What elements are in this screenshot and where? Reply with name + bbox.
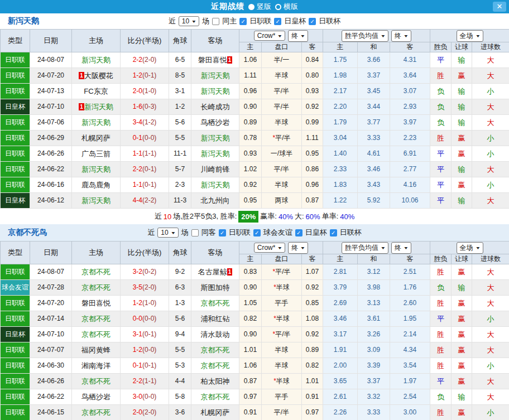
chevron-down-icon: ▼ bbox=[191, 20, 197, 23]
score: 3-4(1-2) bbox=[121, 115, 169, 131]
col-header-3: 比分(半场) bbox=[121, 30, 169, 52]
handicap-line: 半球 bbox=[262, 68, 302, 84]
match-date: 24-08-07 bbox=[30, 264, 72, 280]
avg-home-odds: 1.75 bbox=[323, 52, 358, 68]
halftime-score: (2-0) bbox=[142, 283, 156, 291]
handicap-line: 半球 bbox=[262, 115, 302, 131]
score: 0-0(0-0) bbox=[121, 311, 169, 327]
result-wdl: 胜 bbox=[430, 68, 452, 84]
sub-col-header-2: 客 bbox=[302, 42, 323, 52]
bookmaker-select[interactable]: Crow*▼ bbox=[254, 31, 286, 41]
avg-home-odds: 3.46 bbox=[323, 311, 358, 327]
home-team-label: 新泻天鹅 bbox=[81, 196, 111, 205]
close-icon[interactable]: ✕ bbox=[493, 2, 506, 12]
handicap-line-label: 半球 bbox=[275, 181, 289, 189]
score: 2-2(2-0) bbox=[121, 52, 169, 68]
line-stage-select[interactable]: 终▼ bbox=[288, 30, 308, 42]
corners-score: 9-4 bbox=[169, 327, 191, 342]
league-checkbox-1[interactable]: ✓ bbox=[274, 18, 281, 25]
radio-unselected-icon[interactable] bbox=[275, 4, 281, 10]
match-count-select[interactable]: 10▼ bbox=[179, 16, 199, 26]
crow-home-odds: 0.89 bbox=[239, 115, 262, 131]
home-team: 新泻天鹅 bbox=[72, 162, 121, 177]
away-team-label: 柏太阳神 bbox=[201, 377, 230, 385]
score: 2-2(1-1) bbox=[121, 374, 169, 389]
avg-odds-select[interactable]: 胜平负均值▼ bbox=[342, 30, 388, 42]
scope-select[interactable]: 全场▼ bbox=[457, 30, 483, 42]
handicap-line: 平/半 bbox=[262, 405, 302, 420]
league-checkbox-label-1: 球会友谊 bbox=[263, 228, 292, 238]
radio-selected-icon[interactable] bbox=[248, 4, 254, 10]
home-team: 京都不死 bbox=[72, 280, 121, 296]
away-team: 长崎成功 bbox=[191, 99, 239, 115]
league-checkbox-1[interactable]: ✓ bbox=[253, 229, 261, 236]
result-wdl: 负 bbox=[430, 115, 452, 131]
avg-away-odds: 2.51 bbox=[390, 264, 430, 280]
handicap-line: 平手 bbox=[262, 389, 302, 405]
away-team-label: 京都不死 bbox=[201, 361, 230, 370]
single-rate-label: 单率: bbox=[322, 211, 339, 221]
result-goals: 大 bbox=[472, 52, 509, 68]
line-stage-select[interactable]: 终▼ bbox=[288, 242, 308, 254]
halftime-score: (2-0) bbox=[142, 56, 156, 64]
home-team: 鸟栖沙岩 bbox=[72, 389, 121, 405]
crow-home-odds: 1.05 bbox=[239, 296, 262, 311]
league-checkbox-2[interactable]: ✓ bbox=[295, 229, 302, 236]
league-checkbox-3[interactable]: ✓ bbox=[330, 229, 337, 236]
radio-horizontal-label[interactable]: 横版 bbox=[284, 2, 298, 12]
league-checkbox-2[interactable]: ✓ bbox=[309, 18, 316, 25]
home-team: 1新泻天鹅 bbox=[72, 99, 121, 115]
radio-vertical-layout[interactable]: 竖版 bbox=[248, 2, 271, 12]
fulltime-score: 2-0 bbox=[133, 87, 142, 95]
match-date: 24-07-13 bbox=[30, 84, 72, 99]
league-checkbox-0[interactable]: ✓ bbox=[239, 18, 247, 25]
avg-stage-select[interactable]: 终▼ bbox=[391, 242, 411, 254]
league-badge: 日职联 bbox=[1, 389, 30, 405]
result-goals: 小 bbox=[472, 131, 509, 146]
result-handicap: 赢 bbox=[452, 358, 472, 374]
match-row: 日职联24-06-22新泻天鹅2-2(0-1)5-7川崎前锋1.02平/半0.8… bbox=[1, 162, 509, 177]
league-checkbox-label-2: 日联杯 bbox=[319, 16, 340, 26]
same-venue-checkbox[interactable] bbox=[191, 229, 199, 236]
home-team: 京都不死 bbox=[72, 264, 121, 280]
sub-col-header-7: 让球 bbox=[452, 254, 472, 264]
fulltime-score: 1-2 bbox=[133, 346, 142, 354]
halftime-score: (0-1) bbox=[142, 165, 156, 173]
radio-vertical-label[interactable]: 竖版 bbox=[257, 2, 271, 12]
away-team-label: 鸟栖沙岩 bbox=[201, 118, 230, 127]
avg-odds-select[interactable]: 胜平负均值▼ bbox=[342, 242, 388, 254]
league-checkbox-0[interactable]: ✓ bbox=[219, 229, 226, 236]
chevron-down-icon: ▼ bbox=[381, 246, 386, 250]
away-team: 柏太阳神 bbox=[191, 374, 239, 389]
chevron-down-icon: ▼ bbox=[170, 231, 176, 235]
away-team-label: 新泻天鹅 bbox=[201, 134, 230, 142]
fulltime-score: 3-2 bbox=[133, 268, 142, 276]
match-count-select[interactable]: 10▼ bbox=[157, 228, 178, 238]
sub-col-header-6: 胜负 bbox=[430, 42, 452, 52]
halftime-score: (0-1) bbox=[142, 71, 156, 79]
crow-away-odds: 1.01 bbox=[302, 374, 323, 389]
score: 4-4(2-2) bbox=[121, 193, 169, 209]
result-goals: 大 bbox=[472, 162, 509, 177]
away-team: 新泻天鹅 bbox=[191, 68, 239, 84]
avg-draw-odds: 3.98 bbox=[358, 280, 390, 296]
avg-draw-odds: 3.77 bbox=[358, 115, 390, 131]
radio-horizontal-layout[interactable]: 横版 bbox=[275, 2, 298, 12]
unit-label: 场 bbox=[181, 228, 189, 238]
avg-stage-select[interactable]: 终▼ bbox=[391, 30, 411, 42]
league-badge: 日职联 bbox=[1, 68, 30, 84]
avg-away-odds: 1.95 bbox=[390, 311, 430, 327]
avg-home-odds: 1.83 bbox=[323, 177, 358, 193]
same-venue-checkbox[interactable] bbox=[212, 18, 219, 25]
col-header-0: 类型 bbox=[1, 30, 30, 52]
scope-select[interactable]: 全场▼ bbox=[457, 242, 483, 254]
avg-home-odds: 1.91 bbox=[323, 342, 358, 358]
avg-away-odds: 2.54 bbox=[390, 389, 430, 405]
match-row: 日皇杯24-06-12新泻天鹅4-4(2-2)11-3北九州向0.95两球0.8… bbox=[1, 193, 509, 209]
avg-draw-odds: 3.45 bbox=[358, 84, 390, 99]
line-stage-select-value: 终 bbox=[291, 31, 298, 41]
result-wdl: 胜 bbox=[430, 296, 452, 311]
result-goals: 大 bbox=[472, 280, 509, 296]
result-goals: 小 bbox=[472, 358, 509, 374]
bookmaker-select[interactable]: Crow*▼ bbox=[254, 243, 286, 253]
